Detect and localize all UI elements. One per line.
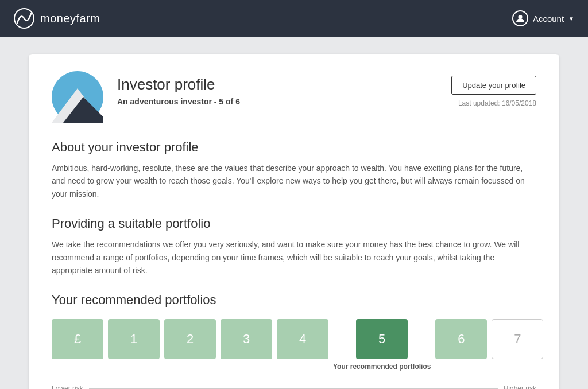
tile-wrapper-5: 5Your recommended portfolios: [333, 319, 431, 371]
portfolio-title: Providing a suitable portfolio: [52, 216, 536, 231]
portfolio-tile-4[interactable]: 4: [277, 319, 328, 359]
about-section: About your investor profile Ambitious, h…: [52, 140, 536, 200]
logo-icon: [14, 8, 34, 29]
account-label: Account: [533, 14, 564, 24]
risk-label-left: Lower risk: [52, 384, 83, 389]
profile-card: Investor profile An adventurous investor…: [29, 54, 559, 389]
about-text: Ambitious, hard-working, resolute, these…: [52, 162, 536, 200]
account-menu[interactable]: Account ▼: [512, 10, 574, 26]
risk-label-right: Higher risk: [504, 384, 536, 389]
chevron-down-icon: ▼: [568, 15, 574, 22]
profile-subtitle: An adventurous investor - 5 of 6: [117, 97, 438, 106]
last-updated-text: Last updated: 16/05/2018: [458, 99, 536, 107]
portfolio-tile-7[interactable]: 7: [492, 319, 543, 359]
profile-header: Investor profile An adventurous investor…: [52, 71, 536, 123]
profile-title: Investor profile: [117, 76, 438, 94]
recommended-title: Your recommended portfolios: [52, 293, 536, 308]
update-profile-button[interactable]: Update your profile: [451, 76, 536, 95]
portfolio-tiles: £12345Your recommended portfolios67: [52, 319, 536, 371]
logo: moneyfarm: [14, 8, 100, 29]
avatar: [52, 71, 103, 123]
portfolio-tile-3[interactable]: 3: [220, 319, 272, 359]
main-content: Investor profile An adventurous investor…: [0, 37, 588, 389]
profile-actions: Update your profile Last updated: 16/05/…: [451, 71, 536, 107]
tile-wrapper-4: 4: [277, 319, 328, 359]
portfolio-tile-5[interactable]: 5: [356, 319, 408, 359]
portfolio-tile-1[interactable]: 1: [108, 319, 160, 359]
portfolio-tile-pound[interactable]: £: [52, 319, 103, 359]
tile-wrapper-3: 3: [220, 319, 272, 359]
recommended-section: Your recommended portfolios £12345Your r…: [52, 293, 536, 389]
tile-wrapper-6: 6: [435, 319, 487, 359]
header: moneyfarm Account ▼: [0, 0, 588, 37]
tile-wrapper-2: 2: [164, 319, 216, 359]
logo-text: moneyfarm: [40, 12, 100, 25]
risk-bar: Lower risk Higher risk: [52, 384, 536, 389]
portfolio-tile-2[interactable]: 2: [164, 319, 216, 359]
tile-active-label: Your recommended portfolios: [333, 363, 431, 371]
portfolio-section: Providing a suitable portfolio We take t…: [52, 216, 536, 277]
portfolio-tile-6[interactable]: 6: [435, 319, 487, 359]
tile-wrapper-7: 7: [492, 319, 543, 359]
account-icon: [512, 10, 528, 26]
tile-wrapper-1: 1: [108, 319, 160, 359]
profile-info: Investor profile An adventurous investor…: [117, 71, 438, 106]
portfolio-text: We take the recommendations we offer you…: [52, 238, 536, 277]
tile-wrapper-pound: £: [52, 319, 103, 359]
about-title: About your investor profile: [52, 140, 536, 155]
svg-point-1: [518, 15, 522, 19]
user-icon: [516, 14, 525, 23]
